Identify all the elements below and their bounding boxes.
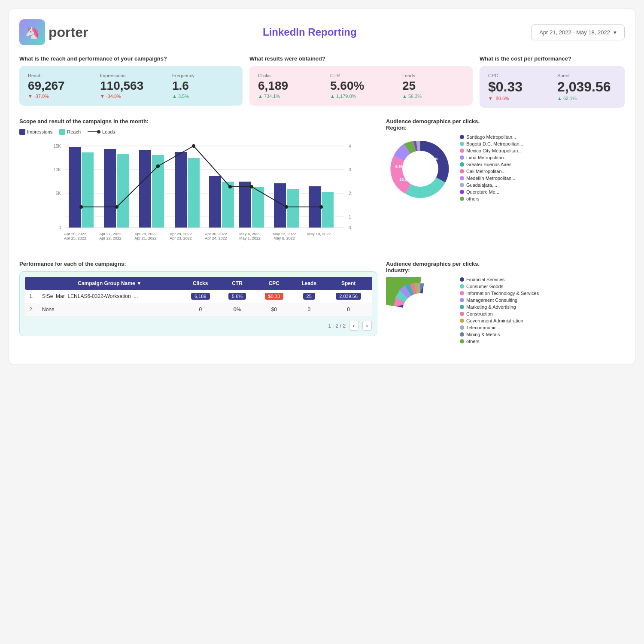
leads-dot-6 [250,185,253,188]
logo-section: 🦄 porter [19,19,88,45]
col-leads: Leads [293,277,325,290]
row2-name: None [38,303,182,316]
row1-clicks: 6,189 [182,290,219,303]
prev-page-button[interactable]: ‹ [349,321,358,331]
bar-reach-7 [287,189,299,228]
industry-demographics-section: Audience demographics per clicks. Indust… [386,261,625,354]
leads-metric: Leads 25 ▲ 56.3% [402,73,464,99]
svg-text:May 1, 2022: May 1, 2022 [239,236,261,240]
ctr-metric: CTR 5.60% ▲ 1,179.8% [330,73,392,99]
reach-value: 69,267 [28,79,90,93]
industry-demo-title: Audience demographics per clicks. Indust… [386,261,625,273]
svg-text:Apr 27, 2022: Apr 27, 2022 [99,232,122,236]
bar-reach-8 [322,192,334,228]
svg-text:4: 4 [349,144,351,149]
row2-num: 2. [25,303,38,316]
region-donut-svg: 28.9% 26.8% 15.5% 6.8% [386,134,455,203]
campaigns-table: Campaign Group Name ▼ Clicks CTR CPC Lea… [25,277,372,316]
table-row: 2. None 0 0% $0 0 0 [25,303,372,316]
date-range-selector[interactable]: Apr 21, 2022 - May 18, 2022 ▾ [531,24,625,40]
chart-section: Scope and result of the campaigns in the… [19,118,377,250]
svg-text:Apr 29, 2022: Apr 29, 2022 [170,232,192,236]
leads-value: 25 [402,79,464,93]
row1-leads: 25 [293,290,325,303]
leads-dot-3 [156,164,160,168]
page-title: LinkedIn Reporting [263,26,357,38]
region-label-1: 28.9% [427,157,438,161]
table-wrapper: Campaign Group Name ▼ Clicks CTR CPC Lea… [19,271,377,336]
results-card: Clicks 6,189 ▲ 734.1% CTR 5.60% ▲ 1,179.… [249,66,473,106]
bottom-section: Performance for each of the campaigns: C… [19,261,625,354]
leads-legend-label: Leads [102,129,115,134]
region-label-4: 6.8% [395,164,404,169]
industry-label-it: 7.8% [426,295,435,299]
svg-text:10K: 10K [53,167,61,172]
logo-icon: 🦄 [19,19,45,45]
ctr-delta: ▲ 1,179.8% [330,94,392,99]
leads-dot-4 [192,144,195,148]
cost-section-label: What is the cost per performance? [480,55,625,62]
region-label-3: 15.5% [399,177,410,182]
row2-leads: 0 [293,303,325,316]
bar-reach-5 [222,182,234,228]
leads-delta: ▲ 56.3% [402,94,464,99]
svg-text:Apr 26, 2022: Apr 26, 2022 [64,232,86,236]
col-spent: Spent [325,277,372,290]
svg-text:Apr 24, 2022: Apr 24, 2022 [205,236,227,240]
clicks-value: 6,189 [258,79,320,93]
clicks-label: Clicks [258,73,320,78]
svg-text:Apr 28, 2022: Apr 28, 2022 [134,232,157,236]
region-legend: Santiago Metropolitan... Bogotá D.C. Met… [460,134,523,203]
impressions-legend-label: Impressions [27,129,52,134]
svg-text:May 10, 2022: May 10, 2022 [307,232,331,236]
reach-section-label: What is the reach and performance of you… [19,55,243,62]
next-page-button[interactable]: › [362,321,372,331]
ctr-label: CTR [330,73,392,78]
bar-impressions-3 [139,150,151,228]
region-demographics-section: Audience demographics per clicks. Region… [386,118,625,250]
leads-dot-5 [228,185,232,188]
middle-section: Scope and result of the campaigns in the… [19,118,625,250]
cpc-delta: ▼ -80.6% [488,96,547,101]
spent-delta: ▲ 62.1% [557,96,616,101]
svg-text:2: 2 [349,191,351,196]
header: 🦄 porter LinkedIn Reporting Apr 21, 2022… [19,19,625,45]
chart-section-label: Scope and result of the campaigns in the… [19,118,377,125]
bar-impressions-6 [239,182,251,228]
bar-impressions-1 [69,147,81,228]
reach-card: Reach 69,267 ▼ -37.0% Impressions 110,56… [19,66,243,106]
date-range-text: Apr 21, 2022 - May 18, 2022 [539,29,610,36]
svg-text:0: 0 [58,225,61,230]
table-row: 1. SiSe_Mar_LENLAS6-0322-Worksation_... … [25,290,372,303]
industry-donut-container: 55% 7.8% 7.7% 5.4% Financial Services Co… [386,277,625,346]
bar-impressions-2 [104,149,116,228]
svg-text:Apr 23, 2022: Apr 23, 2022 [170,236,192,240]
svg-text:May 13, 2022: May 13, 2022 [273,232,296,236]
col-name[interactable]: Campaign Group Name ▼ [38,277,182,290]
main-container: 🦄 porter LinkedIn Reporting Apr 21, 2022… [9,9,635,365]
col-num [25,277,38,290]
chart-legend: Impressions Reach Leads [19,129,377,135]
spent-label: Spent [557,73,616,78]
region-label-2: 26.8% [423,177,434,182]
reach-metric: Reach 69,267 ▼ -37.0% [28,73,90,99]
bar-reach-1 [82,152,94,228]
region-demo-title: Audience demographics per clicks. Region… [386,118,625,131]
leads-dot-1 [79,205,83,209]
leads-dot-7 [285,205,288,209]
clicks-metric: Clicks 6,189 ▲ 734.1% [258,73,320,99]
campaigns-table-label: Performance for each of the campaigns: [19,261,377,267]
bar-reach-4 [188,158,200,228]
svg-text:5K: 5K [56,191,61,196]
leads-label: Leads [402,73,464,78]
pagination: 1 - 2 / 2 ‹ › [25,321,372,331]
cost-card: CPC $0.33 ▼ -80.6% Spent 2,039.56 ▲ 62.1… [480,66,625,108]
leads-legend-line [88,131,98,132]
impressions-label: Impressions [100,73,162,78]
clicks-delta: ▲ 734.1% [258,94,320,99]
frequency-delta: ▲ 3.5% [172,94,234,99]
industry-label-fs: 55% [398,311,405,316]
region-donut-container: 28.9% 26.8% 15.5% 6.8% Santiago Metropol… [386,134,625,203]
industry-label-cg: 7.7% [428,301,437,305]
spent-value: 2,039.56 [557,79,616,95]
